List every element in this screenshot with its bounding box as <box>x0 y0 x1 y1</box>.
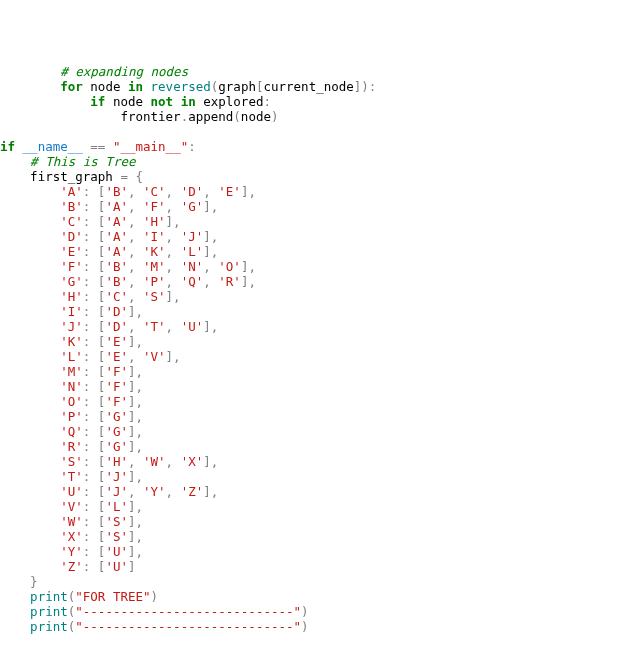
code-line: if node not in explored: <box>0 94 626 109</box>
token-str: 'O' <box>60 394 83 409</box>
token-str: 'B' <box>105 259 128 274</box>
token-str: 'N' <box>181 259 204 274</box>
token-op: , <box>128 259 143 274</box>
code-line: 'V': ['L'], <box>0 499 626 514</box>
token-op: : [ <box>83 304 106 319</box>
token-str: 'C' <box>143 184 166 199</box>
code-block: # expanding nodes for node in reversed(g… <box>0 60 626 638</box>
code-line: 'T': ['J'], <box>0 469 626 484</box>
code-line: 'P': ['G'], <box>0 409 626 424</box>
token-op: ], <box>166 214 181 229</box>
token-op: : [ <box>83 439 106 454</box>
token-builtin: print <box>30 589 68 604</box>
token-str: 'R' <box>218 274 241 289</box>
token-nm: node <box>90 79 120 94</box>
token-op: : [ <box>83 259 106 274</box>
token-str: 'J' <box>181 229 204 244</box>
token-op: ], <box>128 499 143 514</box>
token-str: 'W' <box>143 454 166 469</box>
token-str: 'V' <box>60 499 83 514</box>
token-builtin: print <box>30 604 68 619</box>
token-op: == <box>90 139 105 154</box>
token-str: 'X' <box>181 454 204 469</box>
token-op: ], <box>128 469 143 484</box>
token-op: , <box>166 319 181 334</box>
token-op: : [ <box>83 364 106 379</box>
token-op: ], <box>203 484 218 499</box>
token-str: 'U' <box>105 544 128 559</box>
token-str: 'E' <box>105 334 128 349</box>
token-dun: __name__ <box>23 139 83 154</box>
token-str: 'S' <box>143 289 166 304</box>
token-str: 'J' <box>60 319 83 334</box>
token-str: 'V' <box>143 349 166 364</box>
token-str: 'A' <box>105 229 128 244</box>
token-op: ], <box>203 199 218 214</box>
token-op: , <box>128 214 143 229</box>
code-line: first_graph = { <box>0 169 626 184</box>
token-op: ( <box>233 109 241 124</box>
token-str: 'A' <box>105 214 128 229</box>
token-op: ], <box>128 424 143 439</box>
token-op: : <box>188 139 196 154</box>
token-str: 'F' <box>105 364 128 379</box>
token-op: : [ <box>83 544 106 559</box>
token-str: 'A' <box>60 184 83 199</box>
token-fn: reversed <box>151 79 211 94</box>
token-str: 'D' <box>181 184 204 199</box>
code-line: 'Z': ['U'] <box>0 559 626 574</box>
code-line: if __name__ == "__main__": <box>0 139 626 154</box>
token-op: : [ <box>83 214 106 229</box>
token-str: 'A' <box>105 199 128 214</box>
token-kw: in <box>128 79 143 94</box>
token-op: : [ <box>83 289 106 304</box>
token-cm: # This is Tree <box>30 154 135 169</box>
token-str: 'D' <box>105 304 128 319</box>
token-op: ], <box>128 304 143 319</box>
code-line: print("----------------------------") <box>0 619 626 634</box>
code-line: 'E': ['A', 'K', 'L'], <box>0 244 626 259</box>
token-op: , <box>128 274 143 289</box>
token-op: , <box>128 229 143 244</box>
code-line: 'B': ['A', 'F', 'G'], <box>0 199 626 214</box>
token-str: 'M' <box>60 364 83 379</box>
token-op: ], <box>128 394 143 409</box>
code-line: 'S': ['H', 'W', 'X'], <box>0 454 626 469</box>
token-op: , <box>128 289 143 304</box>
token-op: : [ <box>83 484 106 499</box>
token-op: : [ <box>83 199 106 214</box>
token-str: 'F' <box>143 199 166 214</box>
token-op: ], <box>203 244 218 259</box>
token-str: 'L' <box>181 244 204 259</box>
token-kw: if <box>0 139 15 154</box>
token-op: ) <box>271 109 279 124</box>
token-str: 'P' <box>60 409 83 424</box>
token-str: 'O' <box>218 259 241 274</box>
token-str: "----------------------------" <box>75 619 301 634</box>
token-str: 'C' <box>60 214 83 229</box>
token-op: ], <box>203 319 218 334</box>
token-str: 'I' <box>60 304 83 319</box>
token-op: : [ <box>83 349 106 364</box>
token-op: : <box>263 94 271 109</box>
token-str: 'L' <box>105 499 128 514</box>
token-str: 'B' <box>105 184 128 199</box>
token-nm: node <box>113 94 143 109</box>
token-op: : [ <box>83 409 106 424</box>
code-line: } <box>0 574 626 589</box>
token-op: ], <box>128 364 143 379</box>
code-line: 'Q': ['G'], <box>0 424 626 439</box>
token-op: ], <box>241 259 256 274</box>
token-op: , <box>166 259 181 274</box>
token-nm: first_graph <box>30 169 113 184</box>
token-op: ], <box>203 454 218 469</box>
token-op: , <box>166 184 181 199</box>
token-op: ], <box>166 349 181 364</box>
token-str: 'P' <box>143 274 166 289</box>
token-op: , <box>166 274 181 289</box>
token-str: 'F' <box>105 379 128 394</box>
token-op: : [ <box>83 514 106 529</box>
token-str: 'R' <box>60 439 83 454</box>
token-str: 'Z' <box>60 559 83 574</box>
token-str: 'Q' <box>181 274 204 289</box>
